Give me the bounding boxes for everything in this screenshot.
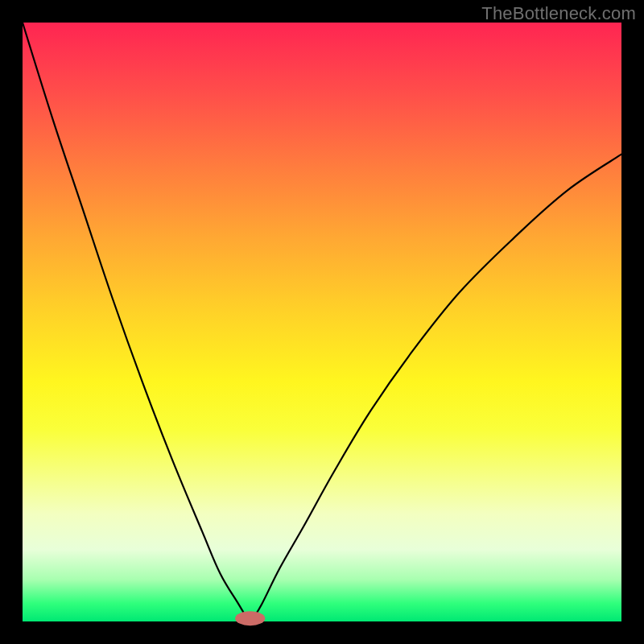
plot-area	[23, 23, 621, 621]
minimum-marker	[235, 611, 265, 625]
watermark-text: TheBottleneck.com	[481, 3, 636, 24]
curve-left-branch	[23, 23, 247, 618]
chart-frame: TheBottleneck.com	[0, 0, 644, 644]
curve-right-branch	[253, 155, 621, 619]
chart-svg	[23, 23, 621, 621]
